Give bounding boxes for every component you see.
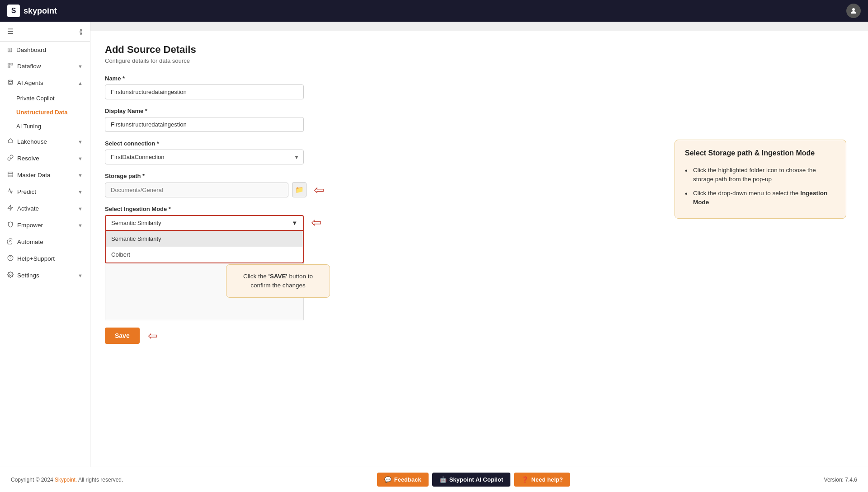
tooltip-save-text: Click the 'SAVE' button to confirm the c… [243,273,313,289]
svg-marker-10 [8,205,13,211]
arrow-ingestion-indicator: ⇦ [311,215,321,230]
sidebar-item-empower[interactable]: Empower ▼ [0,217,90,234]
ingestion-dropdown: Semantic Similarity Colbert [105,231,304,263]
unstructured-data-label: Unstructured Data [16,109,67,116]
chevron-down-icon: ▼ [78,189,83,195]
name-label: Name * [105,75,854,82]
sidebar-label-predict: Predict [17,188,74,195]
sidebar-item-ai-tuning[interactable]: AI Tuning [0,119,90,133]
name-field-group: Name * [105,75,854,99]
sidebar-item-lakehouse[interactable]: Lakehouse ▼ [0,133,90,150]
lakehouse-icon [7,138,14,145]
main-content: Add Source Details Configure details for… [90,22,868,467]
sidebar-item-automate[interactable]: Automate [0,234,90,250]
sidebar-item-help-support[interactable]: Help+Support [0,250,90,267]
chevron-down-icon: ▼ [78,206,83,211]
connection-select-wrapper: FirstDataConnection ▼ [105,150,304,164]
svg-point-0 [852,8,855,11]
ingestion-select-wrapper: Semantic Similarity ▼ Semantic Similarit… [105,215,304,231]
help-icon [7,255,14,262]
sidebar-label-activate: Activate [17,205,74,212]
svg-rect-1 [8,63,10,65]
arrow-save-indicator: ⇦ [148,329,158,343]
sidebar-item-activate[interactable]: Activate ▼ [0,200,90,217]
svg-point-5 [9,81,10,82]
name-input[interactable] [105,84,304,99]
sidebar-label-ai-agents: AI Agents [17,80,74,86]
arrow-storage-indicator: ⇦ [314,183,324,197]
ingestion-option-colbert[interactable]: Colbert [106,247,303,262]
ai-agents-icon [7,79,14,87]
dashboard-icon: ⊞ [7,46,13,53]
folder-icon: 📁 [295,186,304,194]
sidebar-header: ☰ ⟪ [0,22,90,42]
breadcrumb-bar [90,22,868,31]
sidebar-label-automate: Automate [17,239,83,245]
ai-tuning-label: AI Tuning [16,123,41,130]
svg-rect-3 [8,66,10,68]
brand-logo[interactable]: S skypoint [7,5,57,17]
help-button[interactable]: ❓ Need help? [514,473,570,487]
tooltip-point-1: Click the highlighted folder icon to cho… [685,164,836,187]
sidebar-item-master-data[interactable]: Master Data ▼ [0,167,90,183]
chevron-down-icon: ▼ [78,173,83,178]
feedback-icon: 💬 [384,476,392,483]
connection-select[interactable]: FirstDataConnection [105,150,304,164]
hamburger-icon[interactable]: ☰ [7,27,14,36]
user-avatar[interactable] [846,4,861,18]
footer-buttons: 💬 Feedback 🤖 Skypoint AI Copilot ❓ Need … [377,473,570,487]
sidebar-item-private-copilot[interactable]: Private Copilot [0,91,90,105]
display-name-field-group: Display Name * [105,108,854,132]
chevron-down-icon: ▼ [78,156,83,161]
sidebar-item-dashboard[interactable]: ⊞ Dashboard [0,42,90,58]
copilot-button[interactable]: 🤖 Skypoint AI Copilot [432,473,510,487]
ingestion-option-semantic[interactable]: Semantic Similarity [106,231,303,247]
footer-version: Version: 7.4.6 [824,477,857,483]
ingestion-chevron-icon: ▼ [292,220,297,226]
svg-point-11 [9,240,11,242]
storage-path-input[interactable] [105,183,288,197]
top-navigation: S skypoint [0,0,868,22]
sidebar-item-label: Dashboard [16,47,83,53]
sidebar: ☰ ⟪ ⊞ Dashboard Dataflow ▼ AI Agents ▲ P… [0,22,90,467]
footer-brand-link[interactable]: Skypoint. [55,477,78,483]
master-data-icon [7,171,14,179]
page-title: Add Source Details [105,44,854,56]
sidebar-item-settings[interactable]: Settings ▼ [0,267,90,284]
chevron-up-icon: ▲ [78,80,83,86]
sidebar-label-dataflow: Dataflow [17,63,74,70]
resolve-icon [7,155,14,162]
settings-icon [7,272,14,279]
ingestion-selected-value: Semantic Similarity [111,220,161,226]
sidebar-label-master-data: Master Data [17,172,74,178]
sidebar-item-dataflow[interactable]: Dataflow ▼ [0,58,90,75]
copilot-icon: 🤖 [439,476,447,483]
sidebar-label-empower: Empower [17,222,74,229]
ingestion-mode-select[interactable]: Semantic Similarity ▼ [105,215,304,231]
help-question-icon: ❓ [521,476,528,483]
automate-icon [7,238,14,246]
page-subtitle: Configure details for data source [105,57,854,64]
display-name-label: Display Name * [105,108,854,114]
chevron-down-icon: ▼ [78,273,83,278]
svg-point-6 [11,81,12,82]
display-name-input[interactable] [105,117,304,132]
folder-browse-button[interactable]: 📁 [292,182,307,197]
tooltip-point-2: Click the drop-down menu to select the I… [685,187,836,210]
sidebar-item-predict[interactable]: Predict ▼ [0,183,90,200]
dataflow-icon [7,62,14,70]
footer-copyright: Copyright © 2024 Skypoint. All rights re… [11,477,123,483]
sidebar-item-ai-agents[interactable]: AI Agents ▲ [0,75,90,91]
empower-icon [7,221,14,229]
feedback-button[interactable]: 💬 Feedback [377,473,429,487]
logo-icon: S [7,5,20,17]
sidebar-item-resolve[interactable]: Resolve ▼ [0,150,90,167]
save-button[interactable]: Save [105,328,140,344]
content-area: Add Source Details Configure details for… [90,31,868,356]
sidebar-item-unstructured-data[interactable]: Unstructured Data [0,105,90,119]
chevron-down-icon: ▼ [78,64,83,69]
footer: Copyright © 2024 Skypoint. All rights re… [0,467,868,492]
sidebar-collapse-button[interactable]: ⟪ [79,28,83,35]
sidebar-label-resolve: Resolve [17,155,74,162]
brand-name: skypoint [24,6,57,16]
